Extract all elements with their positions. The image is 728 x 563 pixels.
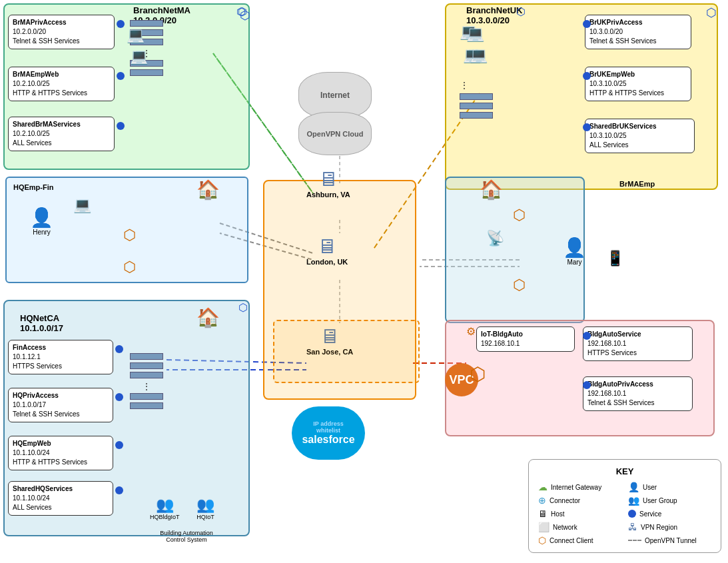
key-grid: ☁ Internet Gateway 👤 User ⊕ Connector 👥 … bbox=[538, 482, 711, 546]
service-finAccess: FinAccess 10.1.12.1 HTTPS Services bbox=[8, 340, 113, 374]
key-connector: ⊕ Connector bbox=[538, 495, 621, 506]
brUK-blue-dot-1 bbox=[583, 20, 591, 28]
service-sharedBrUKServices: SharedBrUKServices 10.3.10.0/25 ALL Serv… bbox=[585, 119, 695, 153]
hqIoT-box: 👥 HQIoT bbox=[196, 496, 214, 520]
hq-blue-dot-3 bbox=[115, 441, 123, 449]
mary-user: 👤 Mary bbox=[563, 237, 586, 266]
key-title: KEY bbox=[538, 466, 711, 476]
service-sharedBrMAServices: SharedBrMAServices 10.2.10.0/25 ALL Serv… bbox=[8, 117, 115, 151]
mary-laptop: 📱 bbox=[606, 250, 624, 267]
key-host: 🖥 Host bbox=[538, 508, 621, 519]
key-service: Service bbox=[628, 508, 711, 519]
service-hqPrivAccess: HQPrivAccess 10.1.0.0/17 Telnet & SSH Se… bbox=[8, 388, 113, 422]
brMAEmp-connect-client1: ⬡ bbox=[513, 207, 526, 224]
brUK-connector-icon-top: ⬡ bbox=[516, 5, 526, 18]
brUK-server-stack bbox=[460, 93, 493, 120]
service-brUKPrivAccess: BrUKPrivAccess 10.3.0.0/20 Telnet & SSH … bbox=[585, 15, 691, 49]
key-internet-gateway: ☁ Internet Gateway bbox=[538, 482, 621, 492]
brUK-blue-dot-3 bbox=[583, 123, 591, 131]
brMAEmp-connect-client2: ⬡ bbox=[513, 277, 526, 294]
iot-blue-dot-2 bbox=[583, 381, 591, 389]
key-tunnel: OpenVPN Tunnel bbox=[628, 535, 711, 546]
wifi-antenna-icon: 📡 bbox=[486, 230, 504, 247]
brMA-blue-dot-3 bbox=[117, 122, 125, 130]
hq-blue-dot-1 bbox=[115, 345, 123, 353]
hqNet-home-icon: 🏠 bbox=[196, 306, 220, 328]
henry-laptop: 💻 bbox=[73, 197, 91, 214]
brMA-laptop2: 💻 bbox=[130, 48, 148, 65]
hq-blue-dot-2 bbox=[115, 393, 123, 401]
key-network: ⬜ Network bbox=[538, 522, 621, 532]
diagram-container: BranchNetMA 10.2.0.0/20 ⬡ BrMAPrivAccess… bbox=[0, 0, 728, 563]
branchNetUK-title: BranchNetUK10.3.0.0/20 bbox=[466, 5, 523, 25]
service-bldgAutoPrivAccess: BldgAutoPrivAccess 192.168.10.1 Telnet &… bbox=[583, 376, 693, 411]
iot-blue-dot-1 bbox=[583, 332, 591, 340]
hqBldgIoT-box: 👥 HQBldgIoT bbox=[150, 496, 180, 520]
brMA-blue-dot-1 bbox=[117, 20, 125, 28]
henry-user: 👤 Henry bbox=[30, 207, 53, 236]
key-box: KEY ☁ Internet Gateway 👤 User ⊕ Connecto… bbox=[528, 459, 721, 553]
key-connectclient: ⬡ Connect Client bbox=[538, 535, 621, 546]
hqEmpFin-label: HQEmp-Fin bbox=[13, 183, 54, 191]
iot-bldgAuto-label: ⚙ bbox=[466, 325, 476, 338]
hq-blue-dot-4 bbox=[115, 486, 123, 494]
key-usergroup: 👥 User Group bbox=[628, 495, 711, 506]
ashburn-server: 🖥 Ashburn, VA bbox=[306, 168, 350, 199]
building-auto-label: Building AutomationControl System bbox=[153, 530, 220, 543]
key-user: 👤 User bbox=[628, 482, 711, 492]
brMAEmp-home-icon: 🏠 bbox=[480, 179, 503, 201]
service-sharedHQServices: SharedHQServices 10.1.10.0/24 ALL Servic… bbox=[8, 481, 113, 516]
brUK-laptop4: 💻 bbox=[470, 47, 488, 64]
brMA-laptop1: 💻 bbox=[127, 27, 145, 44]
hqEmpFin-home-icon: 🏠 bbox=[196, 179, 220, 201]
service-bldgAutoService: BldgAutoService 192.168.10.1 HTTPS Servi… bbox=[583, 326, 693, 361]
brMA-blue-dot-2 bbox=[117, 72, 125, 80]
henry-connect-client2: ⬡ bbox=[123, 259, 136, 276]
service-brMAEmpWeb: BrMAEmpWeb 10.2.10.0/25 HTTP & HTTPS Ser… bbox=[8, 67, 115, 101]
sanjose-vpn-region bbox=[273, 320, 420, 383]
salesforce-cloud: IP address whitelist salesforce bbox=[292, 406, 365, 460]
service-brUKEmpWeb: BrUKEmpWeb 10.3.10.0/25 HTTP & HTTPS Ser… bbox=[585, 67, 691, 101]
hqNet-connector-icon: ⬡ bbox=[238, 301, 248, 314]
brMAEmp-label: BrMAEmp bbox=[619, 180, 655, 188]
hqNetCA-title: HQNetCA 10.1.0.0/17 bbox=[20, 313, 63, 333]
henry-connect-client: ⬡ bbox=[123, 227, 136, 244]
service-iotBldgAuto: IoT-BldgAuto 192.168.10.1 bbox=[476, 326, 575, 352]
brUK-server-dots: ⋮ bbox=[460, 80, 469, 91]
hq-server-stack: ⋮ bbox=[130, 353, 163, 410]
brUK-blue-dot-2 bbox=[583, 72, 591, 80]
brMA-connector-icon-top: ⬡ bbox=[238, 5, 247, 18]
service-brMAPrivAccess: BrMAPrivAccess 10.2.0.0/20 Telnet & SSH … bbox=[8, 15, 115, 49]
brUK-laptop3: 💻 bbox=[466, 25, 484, 43]
service-hqEmpWeb: HQEmpWeb 10.1.10.0/24 HTTP & HTTPS Servi… bbox=[8, 436, 113, 470]
openvpn-cloud: OpenVPN Cloud bbox=[298, 112, 372, 155]
brUK-connector-top: ⬡ bbox=[706, 5, 717, 20]
key-vpnregion: 🖧 VPN Region bbox=[628, 522, 711, 532]
london-server: 🖥 London, UK bbox=[306, 235, 348, 266]
iot-chip-icon: ⬡ bbox=[470, 363, 486, 385]
